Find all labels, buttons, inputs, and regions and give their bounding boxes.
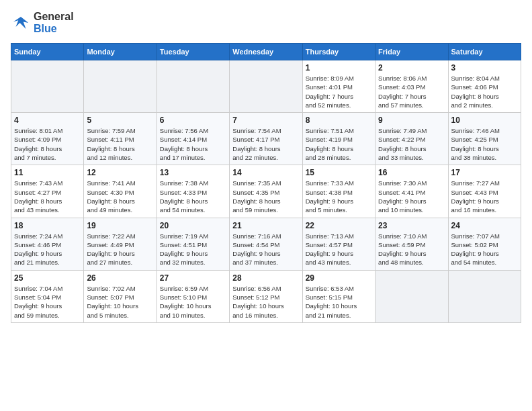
weekday-header: Tuesday: [157, 44, 229, 60]
day-detail: Sunrise: 7:33 AM Sunset: 4:38 PM Dayligh…: [306, 179, 372, 214]
day-detail: Sunrise: 8:04 AM Sunset: 4:06 PM Dayligh…: [451, 74, 518, 109]
weekday-header: Wednesday: [230, 44, 302, 60]
day-number: 20: [160, 221, 226, 230]
calendar-cell: 17Sunrise: 7:27 AM Sunset: 4:43 PM Dayli…: [448, 165, 521, 218]
day-number: 19: [87, 221, 153, 230]
day-number: 28: [232, 273, 299, 283]
day-number: 9: [378, 116, 445, 125]
calendar-cell: 21Sunrise: 7:16 AM Sunset: 4:54 PM Dayli…: [230, 218, 302, 270]
calendar-cell: [375, 270, 448, 322]
calendar-cell: 13Sunrise: 7:38 AM Sunset: 4:33 PM Dayli…: [157, 165, 229, 218]
weekday-header: Thursday: [302, 44, 375, 60]
day-number: 15: [306, 168, 372, 177]
weekday-header: Friday: [375, 44, 448, 60]
day-detail: Sunrise: 7:04 AM Sunset: 5:04 PM Dayligh…: [14, 284, 81, 320]
logo-text: General Blue: [34, 11, 74, 35]
day-number: 12: [87, 168, 153, 177]
weekday-header: Monday: [84, 44, 157, 60]
day-number: 22: [306, 221, 372, 230]
calendar-cell: 3Sunrise: 8:04 AM Sunset: 4:06 PM Daylig…: [448, 60, 521, 113]
calendar-week-row: 11Sunrise: 7:43 AM Sunset: 4:27 PM Dayli…: [11, 165, 521, 218]
day-number: 27: [160, 273, 226, 283]
calendar-cell: 9Sunrise: 7:49 AM Sunset: 4:22 PM Daylig…: [375, 113, 448, 165]
calendar-cell: [157, 60, 229, 113]
calendar-cell: 29Sunrise: 6:53 AM Sunset: 5:15 PM Dayli…: [302, 270, 375, 322]
day-number: 21: [232, 221, 299, 230]
day-detail: Sunrise: 7:02 AM Sunset: 5:07 PM Dayligh…: [87, 284, 153, 320]
day-number: 26: [87, 273, 153, 283]
day-detail: Sunrise: 7:54 AM Sunset: 4:17 PM Dayligh…: [232, 126, 299, 162]
day-number: 24: [451, 221, 518, 230]
day-number: 11: [14, 168, 81, 177]
day-number: 13: [160, 168, 226, 177]
day-number: 23: [378, 221, 445, 230]
day-number: 16: [378, 168, 445, 177]
day-detail: Sunrise: 7:13 AM Sunset: 4:57 PM Dayligh…: [306, 232, 372, 267]
day-detail: Sunrise: 6:59 AM Sunset: 5:10 PM Dayligh…: [160, 284, 226, 320]
day-detail: Sunrise: 7:27 AM Sunset: 4:43 PM Dayligh…: [451, 179, 518, 214]
day-detail: Sunrise: 7:49 AM Sunset: 4:22 PM Dayligh…: [378, 126, 445, 162]
day-detail: Sunrise: 7:38 AM Sunset: 4:33 PM Dayligh…: [160, 179, 226, 214]
day-detail: Sunrise: 7:46 AM Sunset: 4:25 PM Dayligh…: [451, 126, 518, 162]
day-detail: Sunrise: 8:09 AM Sunset: 4:01 PM Dayligh…: [306, 74, 372, 109]
calendar-cell: 24Sunrise: 7:07 AM Sunset: 5:02 PM Dayli…: [448, 218, 521, 270]
day-detail: Sunrise: 6:56 AM Sunset: 5:12 PM Dayligh…: [232, 284, 299, 320]
logo: General Blue: [11, 11, 74, 35]
calendar-cell: 28Sunrise: 6:56 AM Sunset: 5:12 PM Dayli…: [230, 270, 302, 322]
calendar-week-row: 18Sunrise: 7:24 AM Sunset: 4:46 PM Dayli…: [11, 218, 521, 270]
calendar-cell: 12Sunrise: 7:41 AM Sunset: 4:30 PM Dayli…: [84, 165, 157, 218]
calendar-cell: [448, 270, 521, 322]
day-number: 3: [451, 63, 518, 73]
calendar-week-row: 1Sunrise: 8:09 AM Sunset: 4:01 PM Daylig…: [11, 60, 521, 113]
day-number: 2: [378, 63, 445, 73]
calendar-cell: 20Sunrise: 7:19 AM Sunset: 4:51 PM Dayli…: [157, 218, 229, 270]
calendar-cell: [11, 60, 84, 113]
day-detail: Sunrise: 7:59 AM Sunset: 4:11 PM Dayligh…: [87, 126, 153, 162]
day-detail: Sunrise: 7:43 AM Sunset: 4:27 PM Dayligh…: [14, 179, 81, 214]
calendar-cell: 6Sunrise: 7:56 AM Sunset: 4:14 PM Daylig…: [157, 113, 229, 165]
calendar-week-row: 25Sunrise: 7:04 AM Sunset: 5:04 PM Dayli…: [11, 270, 521, 322]
calendar-cell: 25Sunrise: 7:04 AM Sunset: 5:04 PM Dayli…: [11, 270, 84, 322]
day-number: 4: [14, 116, 81, 125]
calendar-cell: 23Sunrise: 7:10 AM Sunset: 4:59 PM Dayli…: [375, 218, 448, 270]
day-number: 6: [160, 116, 226, 125]
calendar-cell: 19Sunrise: 7:22 AM Sunset: 4:49 PM Dayli…: [84, 218, 157, 270]
day-detail: Sunrise: 6:53 AM Sunset: 5:15 PM Dayligh…: [306, 284, 372, 320]
calendar-cell: 4Sunrise: 8:01 AM Sunset: 4:09 PM Daylig…: [11, 113, 84, 165]
day-number: 25: [14, 273, 81, 283]
calendar-cell: 15Sunrise: 7:33 AM Sunset: 4:38 PM Dayli…: [302, 165, 375, 218]
svg-marker-0: [13, 17, 29, 29]
calendar-cell: 2Sunrise: 8:06 AM Sunset: 4:03 PM Daylig…: [375, 60, 448, 113]
calendar-cell: 16Sunrise: 7:30 AM Sunset: 4:41 PM Dayli…: [375, 165, 448, 218]
day-detail: Sunrise: 7:30 AM Sunset: 4:41 PM Dayligh…: [378, 179, 445, 214]
day-detail: Sunrise: 7:07 AM Sunset: 5:02 PM Dayligh…: [451, 232, 518, 267]
calendar-cell: 8Sunrise: 7:51 AM Sunset: 4:19 PM Daylig…: [302, 113, 375, 165]
day-detail: Sunrise: 7:35 AM Sunset: 4:35 PM Dayligh…: [232, 179, 299, 214]
day-detail: Sunrise: 7:41 AM Sunset: 4:30 PM Dayligh…: [87, 179, 153, 214]
day-detail: Sunrise: 8:01 AM Sunset: 4:09 PM Dayligh…: [14, 126, 81, 162]
day-detail: Sunrise: 7:16 AM Sunset: 4:54 PM Dayligh…: [232, 232, 299, 267]
day-number: 5: [87, 116, 153, 125]
weekday-header: Saturday: [448, 44, 521, 60]
calendar-cell: 22Sunrise: 7:13 AM Sunset: 4:57 PM Dayli…: [302, 218, 375, 270]
calendar-table: SundayMondayTuesdayWednesdayThursdayFrid…: [11, 43, 521, 323]
day-number: 29: [306, 273, 372, 283]
calendar-cell: 14Sunrise: 7:35 AM Sunset: 4:35 PM Dayli…: [230, 165, 302, 218]
weekday-header-row: SundayMondayTuesdayWednesdayThursdayFrid…: [11, 44, 521, 60]
day-detail: Sunrise: 7:24 AM Sunset: 4:46 PM Dayligh…: [14, 232, 81, 267]
calendar-week-row: 4Sunrise: 8:01 AM Sunset: 4:09 PM Daylig…: [11, 113, 521, 165]
calendar-cell: 27Sunrise: 6:59 AM Sunset: 5:10 PM Dayli…: [157, 270, 229, 322]
calendar-cell: 5Sunrise: 7:59 AM Sunset: 4:11 PM Daylig…: [84, 113, 157, 165]
day-detail: Sunrise: 7:19 AM Sunset: 4:51 PM Dayligh…: [160, 232, 226, 267]
page-header: General Blue: [11, 11, 521, 35]
calendar-cell: 26Sunrise: 7:02 AM Sunset: 5:07 PM Dayli…: [84, 270, 157, 322]
day-number: 18: [14, 221, 81, 230]
day-detail: Sunrise: 7:56 AM Sunset: 4:14 PM Dayligh…: [160, 126, 226, 162]
calendar-cell: 18Sunrise: 7:24 AM Sunset: 4:46 PM Dayli…: [11, 218, 84, 270]
day-detail: Sunrise: 7:22 AM Sunset: 4:49 PM Dayligh…: [87, 232, 153, 267]
logo-icon: [11, 13, 31, 33]
day-detail: Sunrise: 7:51 AM Sunset: 4:19 PM Dayligh…: [306, 126, 372, 162]
calendar-cell: [84, 60, 157, 113]
calendar-cell: 10Sunrise: 7:46 AM Sunset: 4:25 PM Dayli…: [448, 113, 521, 165]
calendar-cell: 1Sunrise: 8:09 AM Sunset: 4:01 PM Daylig…: [302, 60, 375, 113]
